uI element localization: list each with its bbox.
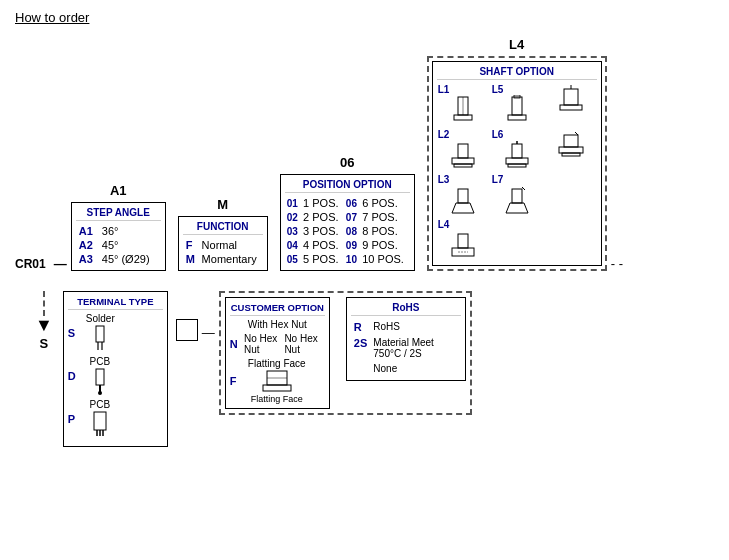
svg-rect-20 xyxy=(458,189,468,203)
square-dash-group: — xyxy=(176,291,219,341)
cell-value: 3 POS. xyxy=(301,224,344,238)
shaft-label-l6: L6 xyxy=(492,129,504,140)
shaft-cell-l3: L3 xyxy=(437,173,489,216)
svg-rect-31 xyxy=(96,369,104,385)
cell-code: A1 xyxy=(76,224,99,238)
customer-f-content: Flatting Face Flatting Face xyxy=(248,358,306,404)
arrow-down-icon: ▼ xyxy=(35,316,53,334)
cell-value: 1 POS. xyxy=(301,196,344,210)
cell-value: 2 POS. xyxy=(301,210,344,224)
shaft-icon-empty2 xyxy=(552,129,590,159)
table-row: A3 45° (Ø29) xyxy=(76,252,161,266)
cell-code2: 09 xyxy=(344,238,360,252)
shaft-label-l2: L2 xyxy=(438,129,450,140)
customer-name-hexnut: With Hex Nut xyxy=(248,319,307,330)
main-container: CR01 — A1 STEP ANGLE A1 36° A2 45° A3 xyxy=(15,37,715,447)
terminal-code-d: D xyxy=(68,370,86,382)
function-box: FUNCTION F Normal M Momentary xyxy=(178,216,268,271)
cell-code: 03 xyxy=(285,224,301,238)
customer-code-n: N xyxy=(230,338,244,350)
shaft-header: SHAFT OPTION xyxy=(437,66,597,80)
rohs-code-r: R xyxy=(351,319,370,335)
solder-icon xyxy=(86,324,114,352)
cell-code: A2 xyxy=(76,238,99,252)
customer-option-box: CUSTOMER OPTION With Hex Nut N No Hex Nu… xyxy=(225,297,330,409)
shaft-icon-l1 xyxy=(444,95,482,125)
l4-code: L4 xyxy=(509,37,524,52)
customer-row-f: F Flatting Face Flatting Face xyxy=(230,358,325,404)
table-row: 02 2 POS. 07 7 POS. xyxy=(285,210,410,224)
table-row: A1 36° xyxy=(76,224,161,238)
cell-value2: 6 POS. xyxy=(360,196,409,210)
rohs-code-none xyxy=(351,361,370,376)
svg-point-33 xyxy=(98,391,102,395)
svg-rect-28 xyxy=(96,326,104,342)
rohs-box-inner: RoHS R RoHS 2S Material Meet 750°C / 2S xyxy=(346,297,466,381)
table-row: A2 45° xyxy=(76,238,161,252)
shaft-label-l3: L3 xyxy=(438,174,450,185)
cell-value: Momentary xyxy=(199,252,263,266)
shaft-grid: L1 L5 xyxy=(437,83,597,261)
sep1: — xyxy=(54,256,67,271)
m-code: M xyxy=(217,197,228,212)
pcb-p-icon xyxy=(86,410,114,438)
s-label: S xyxy=(40,336,49,351)
svg-rect-11 xyxy=(454,164,472,167)
svg-rect-12 xyxy=(512,144,522,158)
step-angle-box: STEP ANGLE A1 36° A2 45° A3 45° (Ø29) xyxy=(71,202,166,271)
customer-block: CUSTOMER OPTION With Hex Nut N No Hex Nu… xyxy=(225,297,338,409)
rohs-row-2s: 2S Material Meet 750°C / 2S xyxy=(351,335,461,361)
cell-code: 04 xyxy=(285,238,301,252)
shaft-icon-l4 xyxy=(444,230,482,260)
rohs-table: R RoHS 2S Material Meet 750°C / 2S None xyxy=(351,319,461,376)
shaft-icon-l5 xyxy=(498,95,536,125)
cell-value2: 8 POS. xyxy=(360,224,409,238)
bottom-dash: — xyxy=(202,325,215,340)
m-block: M FUNCTION F Normal M Momentary xyxy=(178,197,268,271)
svg-rect-1 xyxy=(454,115,472,120)
table-row: F Normal xyxy=(183,238,263,252)
cell-code: F xyxy=(183,238,199,252)
customer-row-n: N No Hex Nut No Hex Nut xyxy=(230,333,325,355)
a1-block: A1 STEP ANGLE A1 36° A2 45° A3 45° (Ø29) xyxy=(71,183,166,271)
cell-code: 01 xyxy=(285,196,301,210)
svg-rect-3 xyxy=(512,97,522,115)
customer-label-nohexnut: No Hex Nut xyxy=(284,333,324,355)
svg-rect-4 xyxy=(508,115,526,120)
step-angle-header: STEP ANGLE xyxy=(76,207,161,221)
rohs-row-r: R RoHS xyxy=(351,319,461,335)
shaft-cell-empty3 xyxy=(545,173,597,216)
arrow-column: ▼ S xyxy=(35,291,53,351)
position-header: POSITION OPTION xyxy=(285,179,410,193)
terminal-name-pcb-p: PCB xyxy=(90,399,111,410)
table-row: M Momentary xyxy=(183,252,263,266)
cell-value2: 10 POS. xyxy=(360,252,409,266)
pcb-d-icon xyxy=(86,367,114,395)
terminal-code-s: S xyxy=(68,327,86,339)
shaft-cell-l7: L7 xyxy=(491,173,543,216)
terminal-code-p: P xyxy=(68,413,86,425)
svg-rect-17 xyxy=(559,147,583,153)
terminal-row-d: D PCB xyxy=(68,356,163,395)
svg-rect-39 xyxy=(263,385,291,391)
svg-rect-25 xyxy=(458,234,468,248)
cell-code: 05 xyxy=(285,252,301,266)
cell-code: M xyxy=(183,252,199,266)
l4-block: L4 SHAFT OPTION L1 xyxy=(427,37,607,271)
cell-code: A3 xyxy=(76,252,99,266)
shaft-cell-empty1 xyxy=(545,83,597,126)
shaft-cell-l1: L1 xyxy=(437,83,489,126)
dashed-line-top xyxy=(43,291,45,316)
svg-marker-23 xyxy=(506,203,528,213)
bottom-dashed-section: CUSTOMER OPTION With Hex Nut N No Hex Nu… xyxy=(219,291,472,415)
svg-rect-18 xyxy=(562,153,580,156)
cell-code2: 07 xyxy=(344,210,360,224)
shaft-cell-l4: L4 xyxy=(437,218,489,261)
customer-name-n: No Hex Nut xyxy=(244,333,284,355)
table-row: 05 5 POS. 10 10 POS. xyxy=(285,252,410,266)
pos-code: 06 xyxy=(340,155,354,170)
shaft-icon-l3 xyxy=(444,185,482,215)
shaft-option-box: SHAFT OPTION L1 xyxy=(432,61,602,266)
terminal-name-pcb-d: PCB xyxy=(90,356,111,367)
table-row: 03 3 POS. 08 8 POS. xyxy=(285,224,410,238)
